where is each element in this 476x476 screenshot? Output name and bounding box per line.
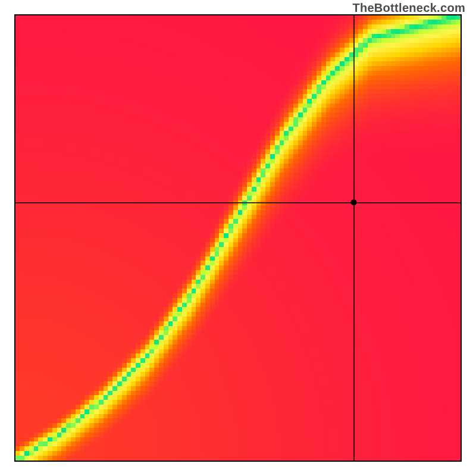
- chart-frame: TheBottleneck.com: [0, 0, 476, 476]
- attribution-text: TheBottleneck.com: [352, 1, 465, 15]
- heatmap-canvas: [15, 15, 461, 461]
